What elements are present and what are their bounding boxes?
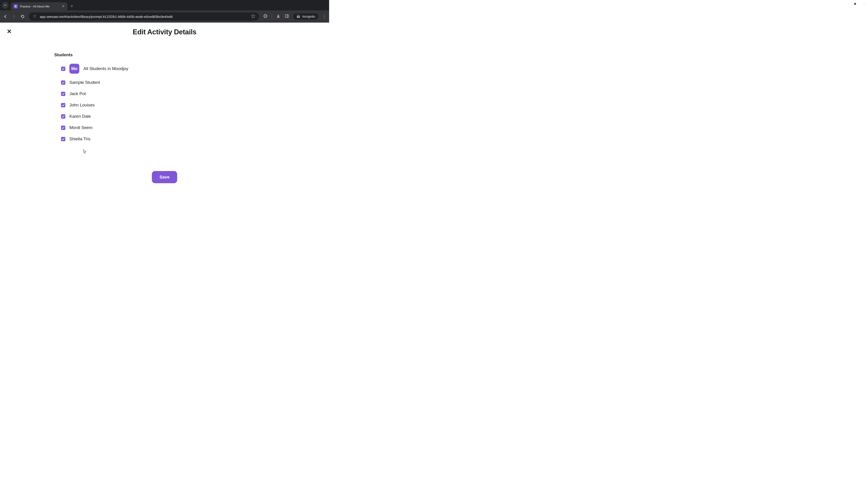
student-checkbox[interactable] xyxy=(61,103,65,107)
all-students-checkbox[interactable] xyxy=(61,67,65,71)
downloads-button[interactable] xyxy=(276,14,281,20)
checkmark-icon xyxy=(62,104,65,107)
student-row[interactable]: Mordi Seem xyxy=(61,125,329,130)
student-checkbox[interactable] xyxy=(61,80,65,85)
checkmark-icon xyxy=(62,67,65,70)
tab-search-button[interactable] xyxy=(2,2,8,8)
svg-rect-9 xyxy=(285,15,288,18)
all-students-label: All Students in Moodjoy xyxy=(84,66,128,71)
student-row[interactable]: John Louises xyxy=(61,103,329,107)
student-row[interactable]: Jack Pot xyxy=(61,91,329,96)
close-modal-button[interactable]: ✕ xyxy=(7,28,12,35)
back-button[interactable] xyxy=(3,14,8,19)
student-row[interactable]: Karen Dale xyxy=(61,114,329,119)
side-panel-button[interactable] xyxy=(285,14,289,20)
toolbar-divider xyxy=(272,14,272,19)
student-row[interactable]: Shiella Tris xyxy=(61,136,329,141)
student-name: Shiella Tris xyxy=(69,136,90,141)
address-bar[interactable]: app.seesaw.me/#/activities/library/promp… xyxy=(29,12,259,21)
svg-point-12 xyxy=(299,17,300,18)
svg-point-7 xyxy=(35,17,36,17)
browser-menu-button[interactable]: ⋮ xyxy=(322,14,326,19)
checkmark-icon xyxy=(62,138,65,140)
incognito-badge[interactable]: Incognito xyxy=(293,13,318,20)
students-section-label: Students xyxy=(54,53,329,57)
student-name: Jack Pot xyxy=(69,91,86,96)
svg-point-11 xyxy=(297,17,298,18)
incognito-label: Incognito xyxy=(302,15,315,18)
reload-button[interactable] xyxy=(20,14,25,19)
extensions-button[interactable] xyxy=(263,14,268,20)
tab-bar: S Practice - All About Me ✕ + xyxy=(0,0,329,10)
checkmark-icon xyxy=(62,92,65,95)
student-list: Mo All Students in Moodjoy Sample Studen… xyxy=(61,64,329,141)
student-name: Sample Student xyxy=(69,80,100,85)
page-content: ✕ Edit Activity Details Students Mo All … xyxy=(0,23,329,184)
address-bar-row: app.seesaw.me/#/activities/library/promp… xyxy=(0,10,329,23)
forward-button[interactable] xyxy=(12,14,16,19)
student-checkbox[interactable] xyxy=(61,126,65,130)
tab-title: Practice - All About Me xyxy=(20,5,59,8)
site-settings-icon[interactable] xyxy=(33,14,37,19)
page-title: Edit Activity Details xyxy=(0,23,329,36)
student-name: Karen Dale xyxy=(69,114,91,119)
chevron-down-icon xyxy=(4,4,6,6)
browser-tab[interactable]: S Practice - All About Me ✕ xyxy=(11,2,67,10)
incognito-icon xyxy=(296,15,301,18)
checkmark-icon xyxy=(62,126,65,129)
checkmark-icon xyxy=(62,81,65,84)
url-text: app.seesaw.me/#/activities/library/promp… xyxy=(40,15,248,19)
browser-chrome: S Practice - All About Me ✕ + xyxy=(0,0,329,23)
save-button[interactable]: Save xyxy=(152,171,177,183)
cursor-icon xyxy=(82,149,87,154)
svg-point-5 xyxy=(33,15,34,15)
student-row[interactable]: Sample Student xyxy=(61,80,329,85)
student-checkbox[interactable] xyxy=(61,114,65,119)
student-name: Mordi Seem xyxy=(69,125,92,130)
bookmark-star-icon[interactable] xyxy=(251,14,255,20)
all-students-row[interactable]: Mo All Students in Moodjoy xyxy=(61,64,329,74)
new-tab-button[interactable]: + xyxy=(70,4,73,9)
student-checkbox[interactable] xyxy=(61,137,65,141)
class-badge: Mo xyxy=(69,64,79,74)
tab-close-button[interactable]: ✕ xyxy=(62,4,65,8)
student-checkbox[interactable] xyxy=(61,92,65,96)
student-name: John Louises xyxy=(69,103,95,107)
checkmark-icon xyxy=(62,115,65,118)
tab-favicon: S xyxy=(13,4,18,8)
